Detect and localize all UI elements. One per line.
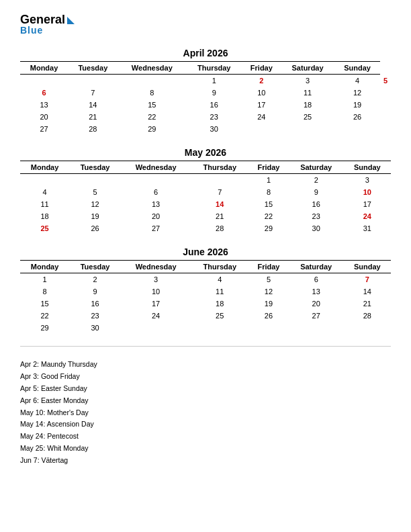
divider <box>20 346 391 347</box>
calendar-cell: 16 <box>289 198 344 210</box>
day-header: Saturday <box>289 261 344 273</box>
calendar-cell: 12 <box>248 285 288 298</box>
table-row: 6789101112 <box>20 87 391 99</box>
calendar-cell: 3 <box>281 75 334 87</box>
calendar-cell: 2 <box>242 75 281 87</box>
month-section-0: April 2026MondayTuesdayWednesdayThursday… <box>20 48 391 135</box>
table-row: 15161718192021 <box>20 298 391 310</box>
calendar-cell: 5 <box>69 186 121 198</box>
calendar-cell: 31 <box>344 222 391 234</box>
calendar-cell: 1 <box>20 273 69 286</box>
table-row: 18192021222324 <box>20 210 391 222</box>
calendar-cell: 23 <box>289 210 344 222</box>
calendar-cell: 10 <box>121 285 191 298</box>
day-header: Monday <box>20 161 69 174</box>
calendar-cell: 27 <box>289 310 344 322</box>
calendar-cell: 25 <box>191 310 248 322</box>
calendar-cell <box>20 75 68 87</box>
day-header: Sunday <box>344 161 391 174</box>
day-header: Friday <box>248 261 288 273</box>
month-table-1: MondayTuesdayWednesdayThursdayFridaySatu… <box>20 161 391 234</box>
calendar-cell: 30 <box>186 123 242 135</box>
calendar-cell: 8 <box>20 285 69 298</box>
holidays-section: Apr 2: Maundy ThursdayApr 3: Good Friday… <box>20 359 391 467</box>
calendar-cell: 8 <box>118 87 186 99</box>
calendar-cell: 29 <box>118 123 186 135</box>
calendar-cell: 15 <box>248 198 288 210</box>
calendar-cell: 1 <box>248 174 288 187</box>
holiday-item: Apr 5: Easter Sunday <box>20 383 391 395</box>
calendar-cell: 26 <box>69 222 121 234</box>
table-row: 123 <box>20 174 391 187</box>
month-title-1: May 2026 <box>20 147 391 158</box>
calendar-cell: 20 <box>289 298 344 310</box>
calendar-cell: 23 <box>186 111 242 123</box>
calendar-cell: 21 <box>191 210 248 222</box>
calendar-cell: 6 <box>121 186 191 198</box>
day-header: Thursday <box>186 62 242 75</box>
calendar-cell: 26 <box>248 310 288 322</box>
calendar-cell <box>118 75 186 87</box>
holiday-item: May 25: Whit Monday <box>20 443 391 455</box>
calendar-cell <box>68 75 118 87</box>
calendar-cell: 24 <box>242 111 281 123</box>
calendar-cell <box>121 174 191 187</box>
calendar-cell: 19 <box>248 298 288 310</box>
calendar-cell: 6 <box>289 273 344 286</box>
table-row: 1234567 <box>20 273 391 286</box>
table-row: 891011121314 <box>20 285 391 298</box>
calendar-cell: 4 <box>20 186 69 198</box>
month-section-1: May 2026MondayTuesdayWednesdayThursdayFr… <box>20 147 391 234</box>
calendar-cell <box>248 322 288 334</box>
calendar-cell: 7 <box>68 87 118 99</box>
calendar-cell <box>242 123 281 135</box>
month-title-2: June 2026 <box>20 247 391 257</box>
month-title-0: April 2026 <box>20 48 391 58</box>
day-header: Wednesday <box>118 62 186 75</box>
calendar-cell: 29 <box>248 222 288 234</box>
calendar-cell: 5 <box>248 273 288 286</box>
calendar-cell: 24 <box>344 210 391 222</box>
holiday-item: Apr 3: Good Friday <box>20 371 391 383</box>
calendar-cell: 15 <box>20 298 69 310</box>
holiday-item: Apr 6: Easter Monday <box>20 395 391 407</box>
day-header: Friday <box>242 62 281 75</box>
calendar-cell: 23 <box>69 310 121 322</box>
calendar-cell <box>69 174 121 187</box>
calendar-cell: 13 <box>121 198 191 210</box>
logo-triangle-icon <box>67 17 75 24</box>
day-header: Tuesday <box>69 261 121 273</box>
calendar-cell: 2 <box>289 174 344 187</box>
calendar-cell: 10 <box>242 87 281 99</box>
holiday-item: May 14: Ascension Day <box>20 418 391 431</box>
calendar-cell: 22 <box>118 111 186 123</box>
day-header: Wednesday <box>121 161 191 174</box>
calendar-cell <box>191 322 248 334</box>
calendar-cell <box>281 123 334 135</box>
calendar-cell: 17 <box>344 198 391 210</box>
calendar-cell: 11 <box>20 198 69 210</box>
holiday-item: May 10: Mother's Day <box>20 407 391 419</box>
table-row: 20212223242526 <box>20 111 391 123</box>
table-row: 27282930 <box>20 123 391 135</box>
calendar-cell: 22 <box>248 210 288 222</box>
calendar-cell: 5 <box>380 75 391 87</box>
calendar-cell <box>344 322 391 334</box>
calendar-cell: 17 <box>242 99 281 111</box>
table-row: 11121314151617 <box>20 198 391 210</box>
calendar-cell: 28 <box>68 123 118 135</box>
calendar-cell: 28 <box>344 310 391 322</box>
day-header: Wednesday <box>121 261 191 273</box>
calendar-cell <box>20 174 69 187</box>
calendar-cell: 6 <box>20 87 68 99</box>
calendar-cell: 30 <box>69 322 121 334</box>
table-row: 13141516171819 <box>20 99 391 111</box>
day-header: Saturday <box>281 62 334 75</box>
calendar-cell: 20 <box>20 111 68 123</box>
holiday-item: Apr 2: Maundy Thursday <box>20 359 391 371</box>
calendar-cell: 19 <box>334 99 380 111</box>
calendar-cell: 18 <box>191 298 248 310</box>
calendar-cell: 24 <box>121 310 191 322</box>
calendar-cell: 17 <box>121 298 191 310</box>
calendar-cell: 21 <box>344 298 391 310</box>
